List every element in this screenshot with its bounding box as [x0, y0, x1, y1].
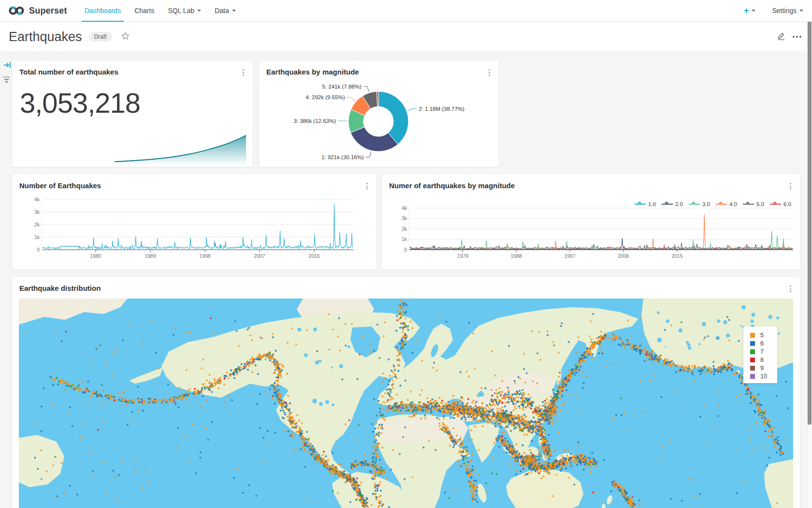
legend-label: 6: [760, 340, 764, 347]
donut-label-line: [363, 87, 369, 92]
card-donut-chart: Earthquakes by magnitude 2: 1.18M (38.77…: [259, 60, 499, 167]
trend-sparkline[interactable]: [12, 60, 253, 167]
card-earthquake-map: Earthquake distribution 5678910: [12, 277, 800, 508]
legend-label: 5: [760, 332, 764, 339]
nav-tabs: Dashboards Charts SQL Lab Data: [78, 0, 243, 22]
donut-chart[interactable]: 2: 1.18M (38.77%)1: 921k (30.16%)3: 386k…: [259, 60, 499, 167]
page-title: Earthquakes: [9, 30, 82, 45]
y-axis-label: 2k: [402, 226, 407, 232]
timeseries-chart[interactable]: 01k2k3k4k19801989199820072016: [12, 195, 377, 268]
settings-menu[interactable]: Settings: [772, 7, 803, 15]
x-axis-label: 1998: [200, 253, 211, 259]
superset-logo[interactable]: [8, 5, 25, 16]
legend-swatch: [750, 366, 755, 371]
legend-swatch: [750, 341, 755, 346]
donut-slice-label: 1: 921k (30.16%): [321, 154, 364, 160]
donut-slice-label: 5: 241k (7.88%): [322, 84, 362, 90]
nav-tab-dashboards[interactable]: Dashboards: [78, 0, 128, 22]
y-axis-label: 0: [37, 247, 40, 253]
map-legend-item-7[interactable]: 7: [743, 347, 777, 356]
new-item-button[interactable]: +: [744, 6, 756, 16]
x-axis-label: 2007: [254, 253, 265, 259]
x-axis-label: 2015: [671, 253, 683, 259]
legend-swatch: [750, 333, 755, 338]
x-axis-label: 2016: [308, 253, 320, 259]
y-axis-label: 4k: [402, 205, 407, 211]
map-legend-item-9[interactable]: 9: [743, 364, 777, 372]
x-axis-label: 1979: [457, 253, 469, 259]
brand-text[interactable]: Superset: [29, 6, 67, 16]
legend-label: 7: [760, 348, 764, 355]
series-line-3.0: [410, 231, 793, 249]
caret-down-icon: [232, 10, 236, 12]
map-legend-item-5[interactable]: 5: [743, 331, 777, 339]
favorite-star-icon[interactable]: [121, 31, 130, 43]
x-axis-label: 1989: [145, 253, 156, 259]
map-legend-item-10[interactable]: 10: [743, 372, 777, 380]
y-axis-label: 2k: [34, 222, 40, 227]
y-axis-label: 1k: [34, 234, 40, 240]
more-actions-icon[interactable]: [793, 36, 801, 38]
kebab-menu-icon[interactable]: [365, 182, 369, 191]
map-legend-item-6[interactable]: 6: [743, 339, 777, 347]
series-line-2.0: [410, 238, 793, 249]
card-timeseries: Number of Earthquakes 01k2k3k4k198019891…: [12, 174, 377, 269]
plus-icon: +: [744, 6, 749, 16]
x-axis-label: 2006: [618, 253, 629, 259]
y-axis-label: 0: [404, 247, 407, 253]
chart-title: Number of Earthquakes: [19, 181, 101, 190]
draft-badge: Draft: [89, 32, 112, 42]
map-legend-item-8[interactable]: 8: [743, 356, 777, 364]
caret-down-icon: [799, 10, 803, 12]
expand-filters-icon[interactable]: [3, 61, 13, 71]
nav-tab-data[interactable]: Data: [208, 0, 243, 22]
navbar: Superset Dashboards Charts SQL Lab Data …: [0, 0, 812, 22]
x-axis-label: 1997: [564, 253, 576, 259]
donut-slice-label: 2: 1.18M (38.77%): [419, 106, 464, 112]
donut-label-line: [347, 97, 355, 101]
x-axis-label: 1980: [90, 253, 102, 259]
card-timeseries-by-magnitude: Numer of earthquakes by magnitude 1.02.0…: [382, 174, 800, 269]
donut-slice-label: 3: 386k (12.63%): [293, 118, 336, 124]
caret-down-icon: [752, 10, 755, 12]
caret-down-icon: [197, 10, 201, 12]
dashboard-header: Earthquakes Draft: [0, 22, 812, 51]
legend-label: 10: [760, 373, 767, 380]
legend-swatch: [750, 358, 755, 362]
nav-tab-sql-lab[interactable]: SQL Lab: [161, 0, 208, 22]
card-big-number: Total number of earthquakes 3,053,218: [12, 60, 253, 167]
y-axis-label: 3k: [402, 215, 407, 221]
legend-swatch: [750, 349, 755, 354]
chart-title: Numer of earthquakes by magnitude: [389, 181, 515, 190]
x-axis-label: 1988: [510, 253, 522, 259]
donut-slice-label: 4: 292k (9.55%): [305, 94, 345, 100]
filter-icon[interactable]: [2, 75, 13, 85]
legend-label: 8: [760, 357, 764, 363]
map-legend: 5678910: [743, 327, 777, 383]
y-axis-label: 3k: [34, 209, 40, 215]
legend-swatch: [750, 374, 755, 379]
nav-tab-charts[interactable]: Charts: [128, 0, 161, 22]
donut-label-line: [366, 151, 371, 157]
donut-label-line: [407, 109, 417, 111]
series-line-4.0: [410, 214, 793, 249]
chart-title: Earthquake distribution: [19, 284, 101, 292]
infinity-logo-icon: [8, 5, 25, 16]
series-line-main: [43, 204, 353, 249]
filter-bar-collapsed: [2, 61, 13, 85]
map-canvas[interactable]: [19, 299, 793, 508]
edit-pencil-icon[interactable]: [776, 31, 786, 43]
kebab-menu-icon[interactable]: [789, 284, 792, 293]
y-axis-label: 4k: [34, 196, 40, 202]
y-axis-label: 1k: [402, 236, 407, 242]
legend-label: 9: [760, 365, 764, 372]
timeseries-chart[interactable]: 01k2k3k4k19791988199720062015: [382, 195, 800, 268]
scrollbar-thumb[interactable]: [808, 0, 812, 425]
kebab-menu-icon[interactable]: [789, 182, 792, 191]
